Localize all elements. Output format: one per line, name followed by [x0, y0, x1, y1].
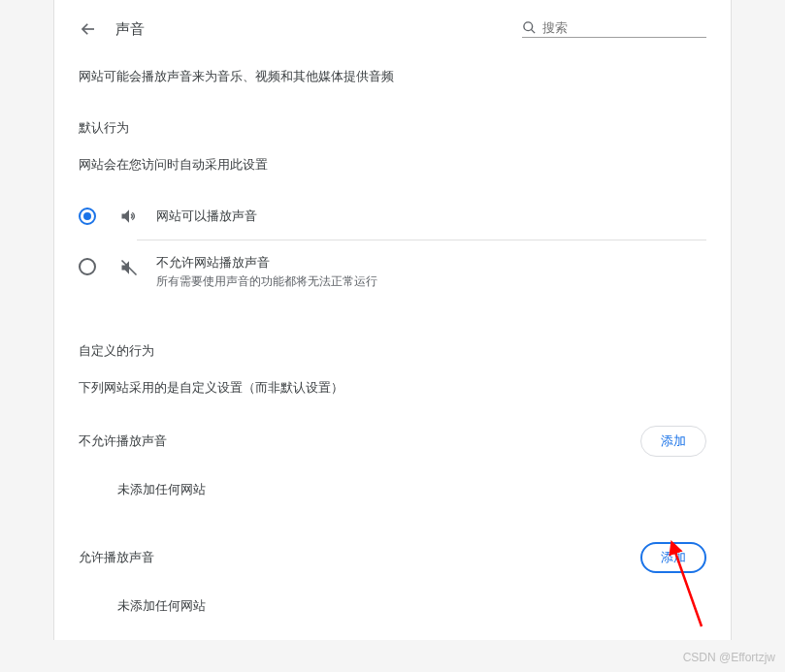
default-behavior-title: 默认行为 [79, 119, 706, 137]
page-title: 声音 [115, 20, 145, 39]
block-sound-empty: 未添加任何网站 [117, 481, 706, 498]
add-button-block[interactable]: 添加 [640, 426, 706, 457]
allow-sound-empty: 未添加任何网站 [117, 597, 706, 615]
radio-option-block-sound[interactable]: 不允许网站播放声音 所有需要使用声音的功能都将无法正常运行 [79, 240, 706, 304]
watermark: CSDN @Effortzjw [683, 651, 775, 664]
block-sound-label: 不允许播放声音 [79, 432, 167, 450]
allow-sound-section: 允许播放声音 添加 [79, 542, 706, 573]
custom-behavior-title: 自定义的行为 [79, 342, 706, 360]
volume-muted-icon [119, 258, 139, 277]
add-button-allow[interactable]: 添加 [640, 542, 706, 573]
radio-option-allow-sound[interactable]: 网站可以播放声音 [79, 193, 706, 240]
search-input[interactable] [542, 20, 706, 35]
volume-icon [119, 207, 139, 226]
search-icon [522, 20, 537, 35]
default-behavior-subtitle: 网站会在您访问时自动采用此设置 [79, 156, 706, 174]
radio-option-label: 不允许网站播放声音 [156, 254, 377, 272]
header: 声音 [79, 19, 706, 39]
allow-sound-label: 允许播放声音 [79, 549, 154, 566]
svg-point-1 [524, 22, 533, 31]
radio-unselected-icon[interactable] [79, 258, 96, 275]
custom-behavior-subtitle: 下列网站采用的是自定义设置（而非默认设置） [79, 379, 706, 397]
search-field[interactable] [522, 20, 706, 38]
radio-option-label: 网站可以播放声音 [156, 208, 257, 225]
svg-line-2 [531, 29, 535, 33]
back-arrow-icon[interactable] [79, 19, 98, 39]
radio-option-sublabel: 所有需要使用声音的功能都将无法正常运行 [156, 273, 377, 290]
block-sound-section: 不允许播放声音 添加 [79, 426, 706, 457]
page-description: 网站可能会播放声音来为音乐、视频和其他媒体提供音频 [79, 68, 706, 85]
radio-selected-icon[interactable] [79, 208, 96, 225]
